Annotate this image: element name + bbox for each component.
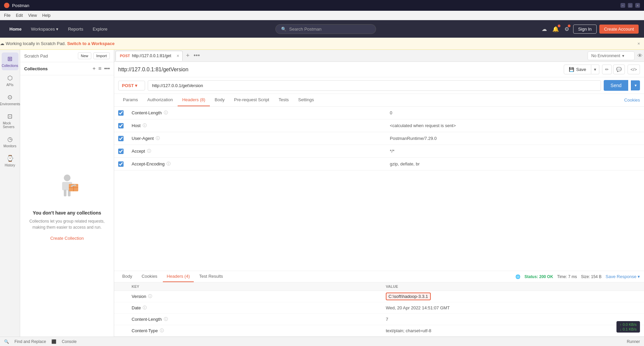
request-tab[interactable]: POST http://127.0.0.1:81/get ×	[116, 51, 183, 61]
tab-settings[interactable]: Settings	[293, 94, 319, 106]
search-placeholder: Search Postman	[289, 27, 321, 32]
import-button[interactable]: Import	[93, 52, 110, 59]
sign-in-button[interactable]: Sign In	[573, 25, 597, 34]
nav-home[interactable]: Home	[5, 25, 26, 34]
sidebar-item-label: Environments	[0, 102, 20, 106]
nav-workspaces[interactable]: Workspaces ▾	[27, 25, 62, 34]
response-tab-test-results[interactable]: Test Results	[195, 271, 227, 282]
filter-icon[interactable]: ≡	[98, 66, 101, 72]
menu-help[interactable]: Help	[42, 13, 51, 18]
console-button[interactable]: Console	[62, 339, 77, 344]
header-checkbox[interactable]	[118, 123, 124, 128]
method-selector[interactable]: POST ▾	[118, 81, 145, 90]
environment-selector[interactable]: No Environment ▾	[588, 51, 635, 60]
header-row: Content-Length ⓘ 0	[114, 107, 644, 119]
response-row: Date ⓘ Wed, 20 Apr 2022 14:51:07 GMT	[114, 302, 644, 314]
find-replace-button[interactable]: Find and Replace	[14, 339, 46, 344]
app-icon	[4, 3, 9, 8]
send-dropdown-button[interactable]: ▾	[631, 80, 640, 90]
sidebar-item-label: Mock Servers	[3, 121, 17, 129]
sidebar-item-label: History	[5, 163, 15, 167]
environments-icon: ⊙	[7, 93, 12, 101]
banner-cloud-icon: ☁	[0, 41, 4, 46]
header-checkbox[interactable]	[118, 149, 124, 154]
nav-explore[interactable]: Explore	[89, 25, 111, 34]
sidebar-item-history[interactable]: ⌚ History	[2, 152, 18, 170]
comment-button[interactable]: 💬	[613, 65, 625, 74]
response-tab-cookies[interactable]: Cookies	[138, 271, 162, 282]
minimize-button[interactable]: −	[620, 3, 625, 8]
more-options-icon[interactable]: •••	[104, 66, 110, 72]
sidebar-item-collections[interactable]: ⊞ Collections	[2, 52, 18, 70]
new-tab-button[interactable]: +	[183, 51, 192, 61]
response-tab-body[interactable]: Body	[118, 271, 136, 282]
info-icon: ⓘ	[148, 294, 152, 299]
apis-icon: ⬡	[7, 74, 13, 82]
create-account-button[interactable]: Create Account	[599, 25, 639, 34]
edit-button[interactable]: ✏	[602, 65, 612, 74]
empty-desc: Collections let you group related reques…	[27, 218, 107, 230]
add-collection-icon[interactable]: +	[93, 66, 96, 72]
find-replace-icon: 🔍	[4, 339, 9, 344]
tab-close-button[interactable]: ×	[177, 53, 179, 59]
response-row: Version ⓘ C:\soft\hadoop-3.3.1	[114, 291, 644, 302]
tab-authorization[interactable]: Authorization	[143, 94, 178, 106]
send-button[interactable]: Send	[604, 80, 628, 91]
response-row: Content-Type ⓘ text/plain; charset=utf-8	[114, 325, 644, 337]
scratch-pad-banner: ☁ Working locally in Scratch Pad. Switch…	[0, 38, 644, 50]
banner-close-button[interactable]: ×	[637, 41, 640, 46]
scratch-pad-title: Scratch Pad	[24, 53, 48, 59]
header-key: Host	[132, 123, 141, 128]
eye-icon[interactable]: 👁	[637, 53, 643, 59]
menu-file[interactable]: File	[4, 13, 10, 18]
sidebar-item-environments[interactable]: ⊙ Environments	[2, 91, 18, 109]
response-key: Content-Length	[132, 317, 162, 322]
sidebar-item-monitors[interactable]: ◷ Monitors	[2, 133, 18, 151]
response-size: Size: 154 B	[581, 274, 601, 279]
response-tab-headers[interactable]: Headers (4)	[163, 271, 194, 282]
key-column-header: KEY	[132, 284, 386, 289]
sidebar-item-label: APIs	[6, 83, 13, 87]
headers-table: Content-Length ⓘ 0 Host ⓘ	[114, 107, 644, 271]
close-button[interactable]: ×	[635, 3, 640, 8]
sidebar-item-mock-servers[interactable]: ⊡ Mock Servers	[2, 110, 18, 131]
header-checkbox[interactable]	[118, 136, 124, 141]
code-button[interactable]: </>	[628, 65, 640, 74]
header-value: <calculated when request is sent>	[390, 123, 456, 128]
maximize-button[interactable]: □	[628, 3, 633, 8]
scratch-pad-header: Scratch Pad New Import	[20, 50, 114, 62]
tab-headers[interactable]: Headers (8)	[178, 94, 210, 106]
menu-view[interactable]: View	[28, 13, 37, 18]
runner-button[interactable]: Runner	[627, 339, 640, 344]
banner-link[interactable]: Switch to a Workspace	[67, 41, 114, 46]
menu-edit[interactable]: Edit	[16, 13, 23, 18]
download-speed: ↓ 0.1 KB/s	[620, 327, 637, 331]
tab-tests[interactable]: Tests	[274, 94, 293, 106]
no-environment-label: No Environment	[591, 53, 620, 58]
create-collection-link[interactable]: Create Collection	[50, 236, 84, 241]
nav-reports[interactable]: Reports	[64, 25, 87, 34]
tab-bar: POST http://127.0.0.1:81/get × + ••• No …	[114, 50, 644, 62]
tab-body[interactable]: Body	[210, 94, 229, 106]
notification-badge	[558, 25, 560, 27]
tab-params[interactable]: Params	[118, 94, 143, 106]
request-tabs: Params Authorization Headers (8) Body Pr…	[114, 94, 644, 107]
response-value: 7	[386, 317, 388, 322]
tab-prerequest[interactable]: Pre-request Script	[229, 94, 274, 106]
more-tabs-button[interactable]: •••	[192, 51, 201, 61]
url-input[interactable]	[148, 80, 601, 91]
console-icon: ⬛	[51, 339, 56, 344]
sidebar-item-apis[interactable]: ⬡ APIs	[2, 72, 18, 89]
response-value: text/plain; charset=utf-8	[386, 328, 431, 333]
panel-title: Collections	[24, 66, 48, 71]
save-response-button[interactable]: Save Response ▾	[606, 274, 640, 279]
cookies-button[interactable]: Cookies	[624, 98, 640, 103]
save-dropdown-button[interactable]: ▾	[591, 65, 599, 74]
header-checkbox[interactable]	[118, 161, 124, 167]
save-button[interactable]: 💾 Save	[564, 65, 591, 74]
search-bar[interactable]: 🔍 Search Postman	[275, 24, 376, 34]
new-button[interactable]: New	[78, 52, 91, 59]
settings-icon[interactable]: ⚙	[563, 25, 570, 34]
header-checkbox[interactable]	[118, 110, 124, 116]
bell-icon[interactable]: 🔔	[551, 25, 560, 34]
